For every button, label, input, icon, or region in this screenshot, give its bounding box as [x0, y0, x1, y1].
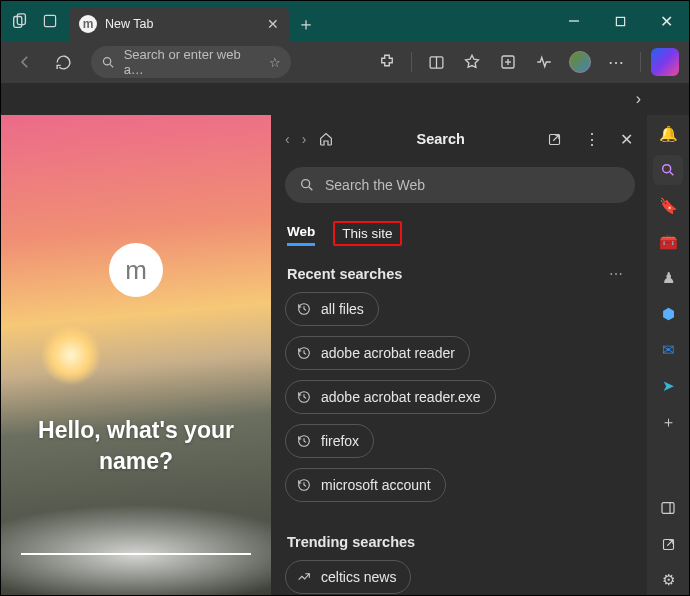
- history-icon: [296, 389, 312, 405]
- health-icon[interactable]: [528, 46, 560, 78]
- tab-close-icon[interactable]: ✕: [267, 16, 279, 32]
- panel-close-icon[interactable]: ✕: [615, 130, 637, 149]
- tab-actions-icon[interactable]: [41, 12, 59, 30]
- svg-point-13: [302, 180, 310, 188]
- chip-label: microsoft account: [321, 477, 431, 493]
- recent-searches-title: Recent searches: [287, 266, 402, 282]
- recent-search-chip[interactable]: all files: [285, 292, 379, 326]
- toolbar: Search or enter web a… ☆ ⋯: [1, 41, 689, 83]
- rail-outlook-icon[interactable]: ✉: [653, 335, 683, 365]
- panel-more-icon[interactable]: ⋮: [581, 130, 603, 149]
- favorites-icon[interactable]: [456, 46, 488, 78]
- titlebar-left: [1, 1, 69, 41]
- search-icon: [101, 55, 116, 70]
- sidebar-rail: 🔔 🔖 🧰 ♟ ⬢ ✉ ➤ ＋ ⚙: [647, 115, 689, 595]
- tab-this-site[interactable]: This site: [333, 221, 401, 246]
- trending-searches-title: Trending searches: [287, 534, 415, 550]
- favorite-icon[interactable]: ☆: [269, 55, 281, 70]
- rail-send-icon[interactable]: ➤: [653, 371, 683, 401]
- rail-tools-icon[interactable]: 🧰: [653, 227, 683, 257]
- panel-search-placeholder: Search the Web: [325, 177, 425, 193]
- trending-searches-list: celtics news: [285, 560, 639, 595]
- panel-title: Search: [346, 131, 535, 147]
- svg-line-21: [670, 172, 673, 175]
- trending-search-chip[interactable]: celtics news: [285, 560, 411, 594]
- background-clouds: [1, 495, 271, 595]
- panel-search-input[interactable]: Search the Web: [285, 167, 635, 203]
- recent-search-chip[interactable]: firefox: [285, 424, 374, 458]
- toolbar-right: ⋯: [371, 46, 681, 78]
- svg-rect-2: [44, 15, 55, 26]
- recent-search-chip[interactable]: microsoft account: [285, 468, 446, 502]
- refresh-button[interactable]: [47, 46, 79, 78]
- profile-avatar[interactable]: [564, 46, 596, 78]
- chip-label: all files: [321, 301, 364, 317]
- svg-line-14: [309, 187, 312, 190]
- background-sun: [41, 325, 101, 385]
- panel-scroll[interactable]: Recent searches ⋯ all files adobe acroba…: [285, 260, 647, 595]
- copilot-icon[interactable]: [649, 46, 681, 78]
- recent-searches-list: all files adobe acrobat reader adobe acr…: [285, 292, 639, 512]
- panel-forward-icon[interactable]: ›: [302, 131, 307, 147]
- rail-bell-icon[interactable]: 🔔: [653, 119, 683, 149]
- rail-search-icon[interactable]: [653, 155, 683, 185]
- new-tab-button[interactable]: ＋: [289, 7, 323, 41]
- content-area: m Hello, what's your name? ‹ › Search ⋮ …: [1, 115, 689, 595]
- rail-panel-icon[interactable]: [653, 493, 683, 523]
- close-window-button[interactable]: ✕: [643, 1, 689, 41]
- page-avatar: m: [109, 243, 163, 297]
- chip-label: adobe acrobat reader: [321, 345, 455, 361]
- rail-add-icon[interactable]: ＋: [653, 407, 683, 437]
- svg-rect-4: [616, 17, 624, 25]
- rail-external-icon[interactable]: [653, 529, 683, 559]
- browser-tab[interactable]: m New Tab ✕: [69, 7, 289, 41]
- titlebar: m New Tab ✕ ＋ ✕: [1, 1, 689, 41]
- history-icon: [296, 345, 312, 361]
- separator: [411, 52, 412, 72]
- workspaces-icon[interactable]: [11, 12, 29, 30]
- recent-more-icon[interactable]: ⋯: [609, 266, 629, 282]
- tab-title: New Tab: [105, 17, 153, 31]
- rail-settings-icon[interactable]: ⚙: [653, 565, 683, 595]
- separator: [640, 52, 641, 72]
- recent-search-chip[interactable]: adobe acrobat reader: [285, 336, 470, 370]
- panel-tabs: Web This site: [287, 221, 647, 246]
- omnibox-placeholder: Search or enter web a…: [124, 47, 261, 77]
- minimize-button[interactable]: [551, 1, 597, 41]
- rail-games-icon[interactable]: ♟: [653, 263, 683, 293]
- chip-label: celtics news: [321, 569, 396, 585]
- maximize-button[interactable]: [597, 1, 643, 41]
- trending-icon: [296, 569, 312, 585]
- chip-label: adobe acrobat reader.exe: [321, 389, 481, 405]
- collections-icon[interactable]: [492, 46, 524, 78]
- extensions-icon[interactable]: [371, 46, 403, 78]
- open-external-icon[interactable]: [547, 132, 569, 147]
- new-tab-page: m Hello, what's your name?: [1, 115, 271, 595]
- split-screen-icon[interactable]: [420, 46, 452, 78]
- page-chevron-strip: ›: [1, 83, 689, 115]
- history-icon: [296, 433, 312, 449]
- back-button[interactable]: [9, 46, 41, 78]
- browser-window: m New Tab ✕ ＋ ✕ Search or enter web a… ☆: [0, 0, 690, 596]
- recent-search-chip[interactable]: adobe acrobat reader.exe: [285, 380, 496, 414]
- search-icon: [299, 177, 315, 193]
- panel-header: ‹ › Search ⋮ ✕: [285, 125, 647, 153]
- history-icon: [296, 301, 312, 317]
- rail-microsoft365-icon[interactable]: ⬢: [653, 299, 683, 329]
- rail-shopping-icon[interactable]: 🔖: [653, 191, 683, 221]
- history-icon: [296, 477, 312, 493]
- tab-favicon: m: [79, 15, 97, 33]
- svg-rect-22: [662, 503, 674, 514]
- panel-home-icon[interactable]: [318, 131, 334, 147]
- name-input-underline[interactable]: [21, 553, 251, 555]
- trending-searches-header: Trending searches: [287, 534, 629, 550]
- panel-back-icon[interactable]: ‹: [285, 131, 290, 147]
- more-menu-icon[interactable]: ⋯: [600, 46, 632, 78]
- omnibox[interactable]: Search or enter web a… ☆: [91, 46, 291, 78]
- tab-web[interactable]: Web: [287, 224, 315, 246]
- greeting-text: Hello, what's your name?: [1, 415, 271, 477]
- recent-searches-header: Recent searches ⋯: [287, 266, 629, 282]
- svg-line-6: [110, 64, 113, 67]
- svg-point-20: [663, 165, 671, 173]
- chevron-right-icon[interactable]: ›: [636, 90, 641, 108]
